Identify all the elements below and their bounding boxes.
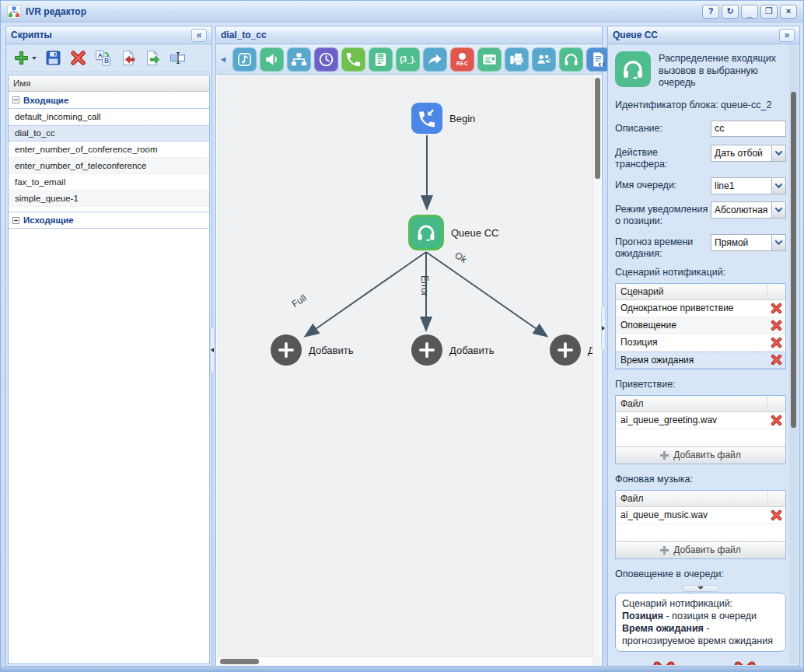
enter-number-icon[interactable]: (3_). bbox=[396, 47, 420, 72]
canvas-vertical-scrollbar[interactable] bbox=[593, 75, 601, 656]
node-begin[interactable]: Begin bbox=[411, 103, 442, 134]
inspector-scrollbar[interactable] bbox=[789, 45, 798, 664]
queue-icon[interactable] bbox=[559, 47, 583, 72]
group-incoming[interactable]: Входящие bbox=[9, 92, 209, 109]
chevron-down-icon[interactable] bbox=[771, 145, 785, 161]
refresh-button[interactable]: ↻ bbox=[722, 5, 739, 19]
script-row-selected[interactable]: dial_to_cc bbox=[9, 125, 209, 142]
scenario-section-label: Сценарий нотификаций: bbox=[615, 267, 786, 278]
headphones-icon bbox=[408, 215, 444, 250]
rename-ab-button[interactable]: AB bbox=[95, 50, 111, 66]
field-wait-forecast: Прогноз времени ожидания: Прямой bbox=[615, 234, 786, 260]
field-transfer-action: Действие трансфера: Дать отбой bbox=[615, 145, 786, 170]
collapse-group-icon[interactable] bbox=[12, 96, 19, 103]
edit-field-button[interactable] bbox=[170, 50, 186, 66]
call-icon[interactable] bbox=[341, 47, 365, 72]
script-row[interactable]: fax_to_email bbox=[9, 174, 209, 191]
node-begin-label: Begin bbox=[449, 113, 475, 124]
delete-row-icon[interactable] bbox=[771, 509, 782, 521]
canvas-horizontal-scrollbar[interactable] bbox=[217, 656, 593, 665]
scripts-panel: Скрипты « AB bbox=[5, 26, 212, 667]
script-row[interactable]: default_incoming_call bbox=[9, 109, 209, 125]
inspector-scrollbar-thumb[interactable] bbox=[791, 92, 796, 428]
block-description-text: Распределение входящих вызовов в выбранн… bbox=[659, 51, 786, 89]
blocks-toolbar: ◄ (3_). bbox=[216, 44, 602, 75]
voicemail-icon[interactable] bbox=[369, 47, 393, 72]
save-script-button[interactable] bbox=[45, 50, 61, 66]
script-row[interactable]: enter_number_of_conference_room bbox=[9, 142, 209, 158]
canvas-vertical-scrollbar-thumb[interactable] bbox=[595, 78, 600, 179]
export-script-button[interactable] bbox=[145, 50, 161, 66]
transfer-icon[interactable] bbox=[423, 47, 447, 72]
add-script-dropdown-arrow[interactable] bbox=[32, 57, 37, 60]
delete-row-icon[interactable] bbox=[771, 337, 782, 348]
description-input[interactable] bbox=[711, 121, 786, 137]
node-queue-cc[interactable]: Queue CC bbox=[408, 215, 444, 250]
delete-row-icon[interactable] bbox=[771, 303, 782, 314]
scenario-table: Сценарий Однократное приветствие Оповеще… bbox=[615, 283, 786, 369]
chevron-down-icon[interactable] bbox=[771, 235, 785, 250]
maximize-button[interactable]: ❒ bbox=[760, 5, 778, 19]
delete-script-button[interactable] bbox=[70, 50, 86, 66]
script-row[interactable]: enter_number_of_teleconference bbox=[9, 158, 209, 174]
speaker-icon[interactable] bbox=[260, 47, 284, 72]
add-greeting-file-button[interactable]: Добавить файл bbox=[616, 446, 785, 464]
field-queue-name: Имя очереди: line1 bbox=[615, 177, 786, 194]
transfer-action-select[interactable]: Дать отбой bbox=[711, 145, 786, 162]
scenario-table-header: Сценарий bbox=[616, 284, 785, 300]
chevron-down-icon[interactable] bbox=[771, 178, 785, 194]
node-add-full[interactable]: Добавить bbox=[271, 334, 302, 366]
music-file-row[interactable]: ai_queue_music.wav bbox=[616, 507, 785, 524]
window-title: IVR редактор bbox=[26, 6, 86, 17]
right-splitter-handle[interactable] bbox=[601, 306, 606, 351]
script-row[interactable]: simple_queue-1 bbox=[9, 191, 209, 207]
scroll-toolbar-left-icon[interactable]: ◄ bbox=[217, 47, 229, 72]
delete-row-icon[interactable] bbox=[771, 415, 782, 426]
inspector-buttons: Удалить подграф Удалить блок bbox=[615, 660, 786, 665]
chevron-down-icon[interactable] bbox=[771, 202, 785, 218]
collapse-left-panel-button[interactable]: « bbox=[191, 29, 207, 42]
info-card-icon[interactable] bbox=[477, 47, 502, 72]
node-add-error[interactable]: Добавить bbox=[411, 334, 442, 366]
scenario-row-selected[interactable]: Время ожидания bbox=[616, 352, 785, 369]
wait-forecast-select[interactable]: Прямой bbox=[711, 234, 786, 251]
block-inspector-panel: Queue CC » Распределение входящих вызово… bbox=[607, 26, 800, 667]
flow-editor-title: dial_to_cc bbox=[221, 30, 267, 40]
group-outgoing[interactable]: Исходящие bbox=[9, 212, 209, 229]
scenario-row[interactable]: Однократное приветствие bbox=[616, 300, 785, 317]
collapse-group-icon[interactable] bbox=[12, 217, 19, 224]
flow-canvas[interactable]: Full Error Ok Begin Queue CC Добавить bbox=[217, 75, 601, 665]
inspector-title: Queue CC bbox=[613, 30, 658, 40]
fax-icon[interactable] bbox=[505, 47, 529, 72]
record-icon[interactable]: REC bbox=[450, 47, 474, 72]
conference-icon[interactable] bbox=[532, 47, 556, 72]
add-script-button[interactable] bbox=[13, 50, 37, 66]
delete-subgraph-button[interactable]: Удалить подграф bbox=[628, 660, 701, 665]
delete-block-button[interactable]: Удалить блок bbox=[718, 660, 773, 665]
menu-branch-icon[interactable] bbox=[287, 47, 311, 72]
add-music-file-button[interactable]: Добавить файл bbox=[616, 541, 785, 558]
greeting-file-row[interactable]: ai_queue_greeting.wav bbox=[616, 412, 785, 429]
left-splitter-handle[interactable] bbox=[210, 327, 215, 373]
play-sound-icon[interactable] bbox=[232, 47, 257, 72]
timeout-icon[interactable] bbox=[314, 47, 338, 72]
help-button[interactable]: ? bbox=[702, 5, 719, 19]
position-mode-select[interactable]: Абсолютная bbox=[711, 201, 786, 219]
scenario-row[interactable]: Оповещение bbox=[616, 317, 785, 334]
svg-text:A: A bbox=[98, 51, 103, 59]
delete-row-icon[interactable] bbox=[771, 320, 782, 331]
music-table-header: Файл bbox=[616, 491, 785, 507]
minimize-button[interactable]: _ bbox=[741, 5, 758, 19]
canvas-horizontal-scrollbar-thumb[interactable] bbox=[220, 659, 259, 664]
delete-row-icon[interactable] bbox=[771, 354, 782, 366]
import-script-button[interactable] bbox=[120, 50, 136, 66]
scripts-list-column-header[interactable]: Имя bbox=[9, 75, 209, 92]
queue-name-select[interactable]: line1 bbox=[711, 177, 786, 194]
collapse-right-panel-button[interactable]: » bbox=[779, 29, 795, 42]
queue-block-icon bbox=[615, 51, 651, 87]
close-button[interactable]: × bbox=[780, 5, 797, 19]
delete-x-icon bbox=[732, 660, 757, 665]
collapse-notice-button[interactable] bbox=[683, 585, 718, 592]
scenario-row[interactable]: Позиция bbox=[616, 334, 785, 352]
node-add-ok[interactable]: Добавить bbox=[550, 334, 581, 366]
